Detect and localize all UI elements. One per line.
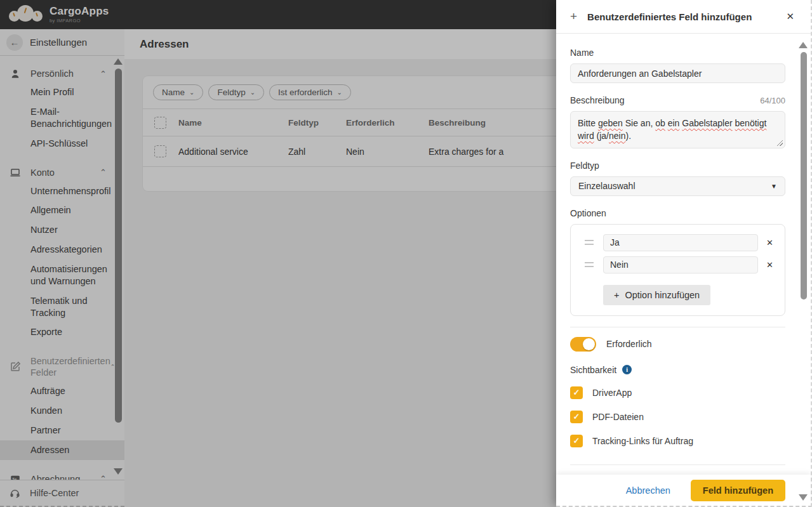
select-arrow-icon: ▼ [771,183,777,190]
drag-handle-icon[interactable] [585,240,594,245]
checkbox-driverapp[interactable]: ✓ [570,386,583,399]
description-textarea[interactable]: Bitte geben Sie an, ob ein Gabelstapler … [570,111,785,148]
checkbox-tracking-links-label: Tracking-Links für Auftrag [592,436,693,446]
divider [570,464,785,465]
cancel-button[interactable]: Abbrechen [626,485,670,496]
add-field-button[interactable]: Feld hinzufügen [691,480,785,501]
checkbox-pdf-dateien-label: PDF-Dateien [592,412,644,422]
drawer-footer: Abbrechen Feld hinzufügen [556,475,811,506]
divider [570,327,785,327]
drawer-scroll-up-arrow[interactable] [799,42,808,48]
feldtyp-selected-value: Einzelauswahl [578,181,636,191]
close-button[interactable]: ✕ [783,8,797,25]
options-container: ✕ ✕ + Option hinzufügen [570,224,785,316]
check-icon: ✓ [573,388,580,397]
option-input-nein[interactable] [603,256,758,273]
plus-icon: + [614,290,619,300]
optionen-label: Optionen [570,208,606,218]
plus-icon: + [570,10,577,23]
erforderlich-toggle[interactable] [570,337,596,352]
app-root: CargoApps by IMPARGO ← Einstellungen Per… [0,0,812,507]
resize-handle-icon[interactable] [777,140,783,146]
add-custom-field-drawer: + Benutzerdefiniertes Feld hinzufügen ✕ … [556,0,812,507]
option-row: ✕ [580,234,776,251]
drawer-title: Benutzerdefiniertes Feld hinzufügen [587,11,783,22]
name-label: Name [570,48,594,58]
checkbox-pdf-dateien[interactable]: ✓ [570,411,583,423]
char-counter: 64/100 [760,96,785,105]
option-input-ja[interactable] [603,234,758,251]
feldtyp-select[interactable]: Einzelauswahl ▼ [570,176,785,196]
checkbox-tracking-links[interactable]: ✓ [570,435,583,447]
erforderlich-toggle-label: Erforderlich [606,339,652,349]
add-option-button[interactable]: + Option hinzufügen [603,285,710,305]
feldtyp-label: Feldtyp [570,161,599,171]
check-icon: ✓ [573,436,580,445]
remove-option-button[interactable]: ✕ [764,259,776,271]
remove-option-button[interactable]: ✕ [764,237,776,249]
drawer-header: + Benutzerdefiniertes Feld hinzufügen ✕ [556,0,811,34]
drawer-scrollbar[interactable] [801,52,807,300]
description-label: Beschreibung [570,95,625,105]
sichtbarkeit-label: Sichtbarkeit [570,365,616,375]
info-icon[interactable]: i [622,365,632,374]
checkbox-driverapp-label: DriverApp [592,388,632,398]
check-icon: ✓ [573,412,580,421]
drag-handle-icon[interactable] [585,262,594,267]
option-row: ✕ [580,256,776,273]
drawer-scroll-down-arrow[interactable] [799,494,808,501]
name-input[interactable] [570,63,785,83]
drawer-body: Name Beschreibung 64/100 Bitte geben Sie… [556,34,811,475]
